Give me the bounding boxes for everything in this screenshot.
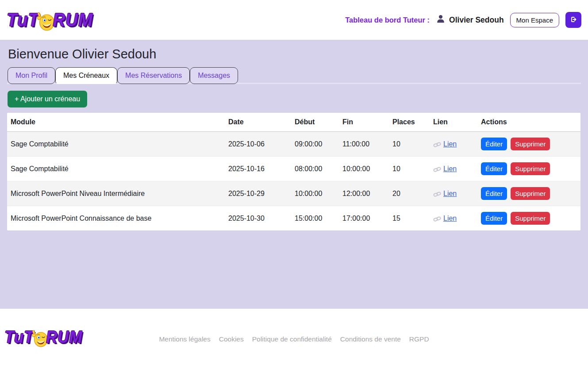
col-header-fin: Fin [339,113,389,132]
user-chip: Olivier Sedouh [436,14,504,26]
logout-icon [569,15,577,25]
delete-button[interactable]: Supprimer [511,187,550,200]
cell-module: Sage Comptabilité [7,132,225,157]
footer-link-mentions-legales[interactable]: Mentions légales [159,335,210,343]
user-icon [436,14,446,26]
edit-button[interactable]: Éditer [481,212,507,225]
cell-places: 15 [389,206,430,231]
tab-bar: Mon Profil Mes Créneaux Mes Réservations… [7,67,581,84]
edit-button[interactable]: Éditer [481,138,507,150]
cell-debut: 09:00:00 [291,132,339,157]
page-title: Bienvenue Olivier Sedouh [8,47,581,61]
logout-button[interactable] [565,12,581,28]
delete-button[interactable]: Supprimer [511,162,550,175]
slots-table: Module Date Début Fin Places Lien Action… [7,113,580,230]
meeting-link[interactable]: Lien [433,140,457,148]
lien-link-label: Lien [443,140,457,148]
table-row: Sage Comptabilité 2025-10-16 08:00:00 10… [7,157,580,181]
app-logo: TuT RUM [7,7,93,33]
cell-debut: 15:00:00 [291,206,339,231]
logo-smiley-icon [36,11,54,33]
footer-link-conditions-vente[interactable]: Conditions de vente [340,335,401,343]
edit-button[interactable]: Éditer [481,162,507,175]
tab-mon-profil[interactable]: Mon Profil [8,67,55,84]
table-row: Microsoft PowerPoint Connaissance de bas… [7,206,580,231]
dashboard-label: Tableau de bord Tuteur : [345,16,430,24]
tab-messages[interactable]: Messages [190,67,238,84]
col-header-places: Places [389,113,430,132]
cell-fin: 10:00:00 [339,157,389,181]
edit-button[interactable]: Éditer [481,187,507,200]
meeting-link[interactable]: Lien [433,190,457,197]
cell-places: 10 [389,157,430,181]
slots-table-body: Sage Comptabilité 2025-10-06 09:00:00 11… [7,132,580,231]
col-header-lien: Lien [430,113,477,132]
delete-button[interactable]: Supprimer [511,212,550,225]
footer-links: Mentions légales Cookies Politique de co… [0,335,588,343]
cell-fin: 17:00:00 [339,206,389,231]
cell-date: 2025-10-29 [225,181,291,206]
add-slot-button[interactable]: + Ajouter un créneau [8,91,87,107]
logo-text-prefix: TuT [7,9,39,31]
col-header-module: Module [7,113,225,132]
mon-espace-button[interactable]: Mon Espace [510,13,559,27]
footer-link-cookies[interactable]: Cookies [219,335,244,343]
cell-module: Sage Comptabilité [7,157,225,181]
chain-link-icon [433,190,443,197]
cell-module: Microsoft PowerPoint Connaissance de bas… [7,206,225,231]
tab-mes-reservations[interactable]: Mes Réservations [117,67,190,84]
cell-date: 2025-10-06 [225,132,291,157]
cell-debut: 10:00:00 [291,181,339,206]
header-right: Tableau de bord Tuteur : Olivier Sedouh … [345,12,581,28]
table-row: Microsoft PowerPoint Niveau Intermédiair… [7,181,580,206]
col-header-actions: Actions [477,113,580,132]
user-name: Olivier Sedouh [449,15,504,25]
meeting-link[interactable]: Lien [433,215,457,222]
cell-places: 20 [389,181,430,206]
table-row: Sage Comptabilité 2025-10-06 09:00:00 11… [7,132,580,157]
cell-date: 2025-10-30 [225,206,291,231]
chain-link-icon [433,215,443,222]
cell-module: Microsoft PowerPoint Niveau Intermédiair… [7,181,225,206]
lien-link-label: Lien [443,215,457,222]
col-header-debut: Début [291,113,339,132]
cell-fin: 11:00:00 [339,132,389,157]
tab-mes-creneaux[interactable]: Mes Créneaux [55,67,117,84]
logo-text-suffix: RUM [53,9,93,31]
app-footer: TuT RUM Mentions légales Cookies Politiq… [0,309,588,368]
cell-debut: 08:00:00 [291,157,339,181]
lien-link-label: Lien [443,190,457,197]
meeting-link[interactable]: Lien [433,165,457,172]
main-content: Bienvenue Olivier Sedouh Mon Profil Mes … [0,40,588,309]
cell-fin: 12:00:00 [339,181,389,206]
footer-link-rgpd[interactable]: RGPD [409,335,429,343]
delete-button[interactable]: Supprimer [511,138,550,150]
col-header-date: Date [225,113,291,132]
app-header: TuT RUM Tableau de bord Tuteur : [0,0,588,40]
chain-link-icon [433,165,443,172]
footer-link-politique-confidentialite[interactable]: Politique de confidentialité [252,335,332,343]
chain-link-icon [433,140,443,148]
lien-link-label: Lien [443,165,457,172]
table-header-row: Module Date Début Fin Places Lien Action… [7,113,580,132]
cell-places: 10 [389,132,430,157]
cell-date: 2025-10-16 [225,157,291,181]
